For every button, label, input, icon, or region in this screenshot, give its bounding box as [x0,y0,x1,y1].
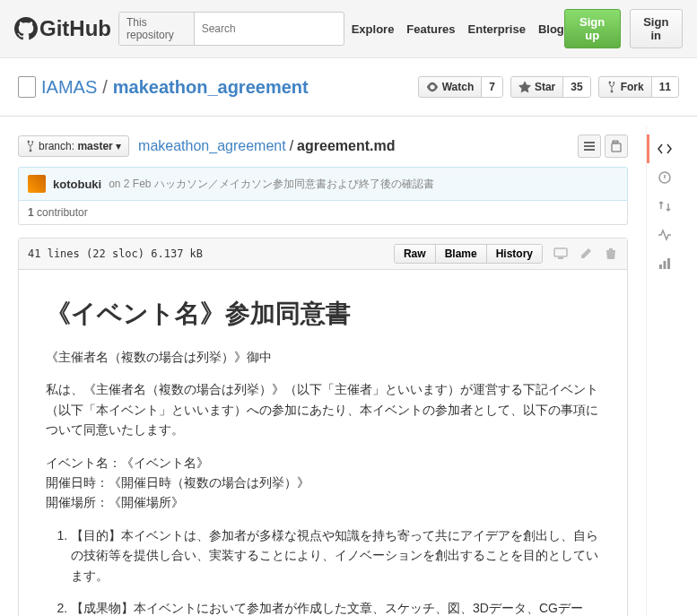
fork-button[interactable]: Fork 11 [598,76,679,98]
svg-rect-4 [663,261,666,269]
commit-date: on 2 Feb [109,178,151,190]
pulse-tab-icon[interactable] [647,221,682,249]
nav-enterprise[interactable]: Enterprise [468,22,526,36]
raw-button[interactable]: Raw [395,245,436,263]
breadcrumb-root[interactable]: makeathon_agreement [138,138,286,154]
contrib-count: 1 [28,206,34,219]
fork-count[interactable]: 11 [651,77,678,97]
file-header: 41 lines (22 sloc) 6.137 kB Raw Blame Hi… [19,239,627,270]
breadcrumb-file: agreement.md [297,138,395,154]
svg-rect-3 [659,265,662,269]
commit-message[interactable]: ハッカソン／メイカソン参加同意書および終了後の確認書 [154,178,434,190]
branch-name: master [77,140,112,152]
repo-name-link[interactable]: makeathon_agreement [113,77,309,97]
repo-icon [18,76,36,98]
breadcrumb: makeathon_agreement / agreement.md [138,138,395,154]
repo-title: IAMAS / makeathon_agreement [18,76,309,98]
desktop-icon[interactable] [553,247,568,261]
file-info: 41 lines (22 sloc) 6.137 kB [28,247,203,260]
svg-rect-0 [554,248,567,256]
list-item: 【成果物】本イベントにおいて参加者が作成した文章、スケッチ、図、3Dデータ、CG… [71,598,600,616]
signup-button[interactable]: Sign up [564,9,621,48]
graphs-tab-icon[interactable] [647,249,682,278]
watch-label: Watch [442,81,475,93]
list-item: 【目的】本イベントは、参加者が多様な視点や知識を持ち寄って共にアイデアを創出し、… [71,525,600,586]
file-content: 《イベント名》参加同意書 《主催者名（複数の場合は列挙）》御中 私は、《主催者名… [19,270,627,616]
doc-details: イベント名：《イベント名》 開催日時：《開催日時（複数の場合は列挙）》 開催場所… [46,453,600,513]
star-label: Star [535,81,555,93]
commit-author[interactable]: kotobuki [53,178,101,191]
main-container: branch: master ▾ makeathon_agreement / a… [0,126,646,616]
file-button-group: Raw Blame History [394,244,543,264]
avatar[interactable] [28,175,46,193]
separator: / [102,77,108,98]
history-button[interactable]: History [487,245,542,263]
file-nav: branch: master ▾ makeathon_agreement / a… [18,134,628,158]
svg-rect-1 [558,257,563,259]
watch-count[interactable]: 7 [481,77,502,97]
fork-label: Fork [621,81,644,93]
nav-features[interactable]: Features [406,22,455,36]
search-input[interactable] [195,19,344,39]
commit-bar: kotobuki on 2 Feb ハッカソン／メイカソン参加同意書および終了後… [18,167,628,201]
pulls-tab-icon[interactable] [647,192,682,221]
star-button[interactable]: Star 35 [510,76,591,98]
blame-button[interactable]: Blame [436,245,487,263]
star-count[interactable]: 35 [562,77,589,97]
doc-addressee: 《主催者名（複数の場合は列挙）》御中 [46,347,600,367]
github-logo[interactable]: GitHub [14,16,111,41]
repo-actions: Watch 7 Star 35 Fork 11 [418,76,679,98]
branch-prefix: branch: [39,140,74,152]
doc-title: 《イベント名》参加同意書 [46,297,600,331]
doc-intro: 私は、《主催者名（複数の場合は列挙）》（以下「主催者」といいます）が運営する下記… [46,379,600,439]
doc-list: 【目的】本イベントは、参加者が多様な視点や知識を持ち寄って共にアイデアを創出し、… [46,525,600,616]
nav-links: Explore Features Enterprise Blog [352,22,564,36]
issues-tab-icon[interactable] [647,163,682,192]
global-header: GitHub This repository Explore Features … [0,0,697,58]
trash-icon[interactable] [604,247,618,261]
sidebar-right [646,126,682,616]
copy-path-icon[interactable] [605,134,628,158]
header-right: Sign up Sign in [564,9,683,48]
contrib-bar: 1 contributor [18,201,628,225]
svg-rect-5 [667,258,670,269]
repo-header: IAMAS / makeathon_agreement Watch 7 Star… [0,58,697,117]
search-container: This repository [118,12,344,46]
view-buttons [578,134,628,158]
edit-icon[interactable] [579,247,593,261]
branch-select[interactable]: branch: master ▾ [18,135,129,157]
file-box: 41 lines (22 sloc) 6.137 kB Raw Blame Hi… [18,238,628,616]
nav-blog[interactable]: Blog [538,22,564,36]
repo-owner-link[interactable]: IAMAS [41,77,97,98]
watch-button[interactable]: Watch 7 [418,76,503,98]
search-scope[interactable]: This repository [119,13,195,45]
file-actions: Raw Blame History [394,244,618,264]
list-view-icon[interactable] [578,134,601,158]
header-left: GitHub This repository Explore Features … [14,12,564,46]
contrib-label: contributor [37,206,88,219]
signin-button[interactable]: Sign in [630,9,683,48]
nav-explore[interactable]: Explore [352,22,395,36]
code-tab-icon[interactable] [647,134,682,163]
